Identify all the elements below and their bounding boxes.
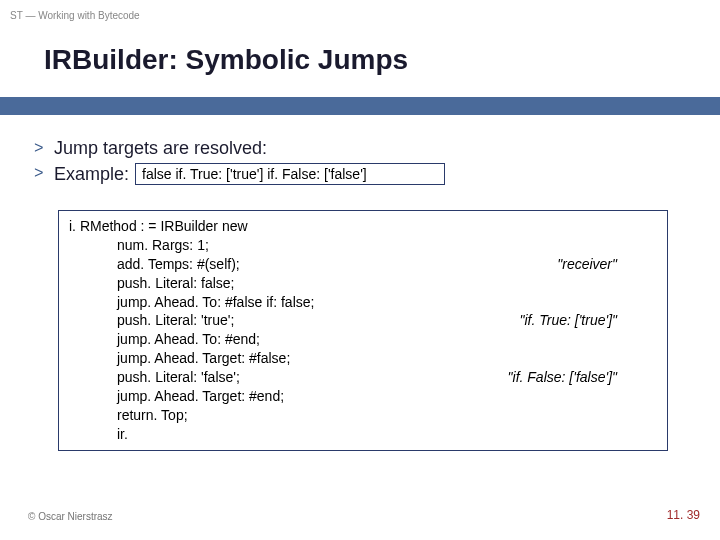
page-title: IRBuilder: Symbolic Jumps [44, 44, 408, 76]
code-comment: "if. True: ['true']" [520, 311, 658, 330]
bullet-text-2: Example: [54, 164, 129, 185]
bullet-row-2: > Example: false if. True: ['true'] if. … [34, 163, 684, 185]
code-comment: "if. False: ['false']" [508, 368, 657, 387]
code-text: jump. Ahead. To: #end; [117, 330, 260, 349]
code-text: return. Top; [117, 406, 188, 425]
code-line: num. Rargs: 1; [69, 236, 657, 255]
code-line: push. Literal: 'true';"if. True: ['true'… [69, 311, 657, 330]
code-text: jump. Ahead. To: #false if: false; [117, 293, 314, 312]
code-line: jump. Ahead. Target: #false; [69, 349, 657, 368]
code-line: i. RMethod : = IRBuilder new [69, 217, 657, 236]
code-text: num. Rargs: 1; [117, 236, 209, 255]
bullet-list: > Jump targets are resolved: > Example: … [34, 138, 684, 189]
code-text: jump. Ahead. Target: #false; [117, 349, 290, 368]
code-comment: "receiver" [557, 255, 657, 274]
bullet-marker: > [34, 140, 54, 158]
page-number: 11. 39 [667, 508, 700, 522]
code-line: push. Literal: false; [69, 274, 657, 293]
bullet-row-1: > Jump targets are resolved: [34, 138, 684, 159]
code-text: push. Literal: 'true'; [117, 311, 234, 330]
code-block: i. RMethod : = IRBuilder new num. Rargs:… [58, 210, 668, 451]
code-line: jump. Ahead. To: #false if: false; [69, 293, 657, 312]
title-underline-bar [0, 97, 720, 115]
code-line: add. Temps: #(self);"receiver" [69, 255, 657, 274]
code-line: push. Literal: 'false';"if. False: ['fal… [69, 368, 657, 387]
bullet-text-1: Jump targets are resolved: [54, 138, 267, 159]
code-line: jump. Ahead. Target: #end; [69, 387, 657, 406]
code-text: jump. Ahead. Target: #end; [117, 387, 284, 406]
code-text: add. Temps: #(self); [117, 255, 240, 274]
bullet-marker: > [34, 165, 54, 183]
inline-code-box: false if. True: ['true'] if. False: ['fa… [135, 163, 445, 185]
code-line: jump. Ahead. To: #end; [69, 330, 657, 349]
code-text: i. RMethod : = IRBuilder new [69, 217, 248, 236]
code-text: push. Literal: 'false'; [117, 368, 240, 387]
header-label: ST — Working with Bytecode [10, 10, 140, 21]
code-line: ir. [69, 425, 657, 444]
code-text: ir. [117, 425, 128, 444]
footer-copyright: © Oscar Nierstrasz [28, 511, 113, 522]
code-line: return. Top; [69, 406, 657, 425]
code-text: push. Literal: false; [117, 274, 235, 293]
